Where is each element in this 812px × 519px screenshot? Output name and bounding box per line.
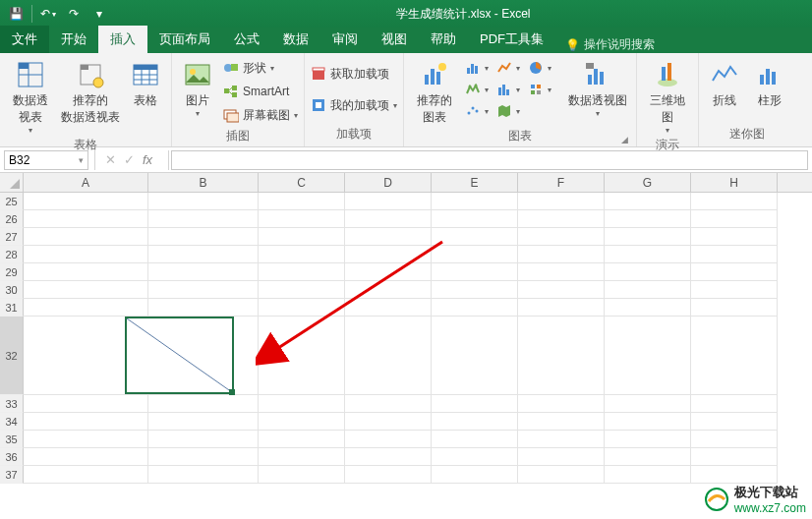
cell[interactable] <box>518 228 605 246</box>
cell[interactable] <box>345 448 432 466</box>
cell[interactable] <box>345 431 432 448</box>
screenshot-button[interactable]: 屏幕截图▾ <box>223 104 298 126</box>
cell[interactable] <box>24 263 148 281</box>
get-addins-button[interactable]: 获取加载项 <box>311 63 397 85</box>
row-header[interactable]: 31 <box>0 299 24 317</box>
column-header[interactable]: G <box>605 173 691 192</box>
cell[interactable] <box>605 246 691 263</box>
cell[interactable] <box>24 210 148 228</box>
undo-button[interactable]: ↶▾ <box>38 4 58 24</box>
active-cell[interactable] <box>125 317 234 394</box>
cell[interactable] <box>148 413 259 431</box>
cell[interactable] <box>259 395 345 413</box>
cell[interactable] <box>605 299 691 317</box>
tab-pdf-tools[interactable]: PDF工具集 <box>468 26 555 53</box>
select-all-corner[interactable] <box>0 173 24 193</box>
cell[interactable] <box>148 299 259 317</box>
row-header[interactable]: 28 <box>0 246 24 263</box>
cell[interactable] <box>605 466 691 484</box>
worksheet-grid[interactable]: ABCDEFGH 25262728293031323334353637 <box>0 173 812 519</box>
column-header[interactable]: A <box>24 173 148 192</box>
cell[interactable] <box>148 263 259 281</box>
cell[interactable] <box>518 448 605 466</box>
chart-map-button[interactable]: ▾ <box>496 100 528 122</box>
cell[interactable] <box>605 395 691 413</box>
cell[interactable] <box>518 317 605 395</box>
cell[interactable] <box>24 281 148 299</box>
cell[interactable] <box>345 466 432 484</box>
cell[interactable] <box>432 413 518 431</box>
cell[interactable] <box>259 431 345 448</box>
row-header[interactable]: 32 <box>0 317 24 395</box>
sparkline-column-button[interactable]: 柱形 <box>750 57 789 109</box>
save-button[interactable]: 💾 <box>6 4 26 24</box>
shapes-button[interactable]: 形状▾ <box>223 57 298 79</box>
sparkline-line-button[interactable]: 折线 <box>705 57 744 109</box>
formula-bar[interactable] <box>171 150 808 170</box>
cell[interactable] <box>605 448 691 466</box>
cell[interactable] <box>518 246 605 263</box>
cell[interactable] <box>148 246 259 263</box>
column-headers[interactable]: ABCDEFGH <box>24 173 812 193</box>
3d-map-button[interactable]: 三维地 图▾ <box>643 57 692 135</box>
tab-review[interactable]: 审阅 <box>320 26 370 53</box>
tab-insert[interactable]: 插入 <box>98 26 147 53</box>
cell[interactable] <box>691 263 778 281</box>
tab-view[interactable]: 视图 <box>370 26 419 53</box>
cell[interactable] <box>605 317 691 395</box>
recommended-charts-button[interactable]: 推荐的 图表 <box>410 57 459 126</box>
chart-scatter-button[interactable]: ▾ <box>465 100 496 122</box>
cell[interactable] <box>691 210 778 228</box>
chart-hierarchy-button[interactable]: ▾ <box>465 79 496 100</box>
row-header[interactable]: 35 <box>0 431 24 448</box>
recommended-pivot-button[interactable]: 推荐的 数据透视表 <box>61 57 120 126</box>
qat-customize-button[interactable]: ▾ <box>89 4 109 24</box>
cell[interactable] <box>345 395 432 413</box>
cell[interactable] <box>432 193 518 210</box>
cell[interactable] <box>259 210 345 228</box>
cell[interactable] <box>691 281 778 299</box>
pictures-button[interactable]: 图片▾ <box>178 57 217 118</box>
cell[interactable] <box>518 210 605 228</box>
cell[interactable] <box>691 448 778 466</box>
chart-column-button[interactable]: ▾ <box>465 57 496 79</box>
chart-pie-button[interactable]: ▾ <box>528 57 559 79</box>
cell[interactable] <box>24 193 148 210</box>
cell[interactable] <box>432 431 518 448</box>
column-header[interactable]: B <box>148 173 259 192</box>
tab-data[interactable]: 数据 <box>271 26 320 53</box>
cell[interactable] <box>24 228 148 246</box>
cell[interactable] <box>24 466 148 484</box>
cell[interactable] <box>518 413 605 431</box>
cell[interactable] <box>24 395 148 413</box>
redo-button[interactable]: ↷ <box>64 4 84 24</box>
cell[interactable] <box>148 193 259 210</box>
cell[interactable] <box>691 228 778 246</box>
cell[interactable] <box>345 210 432 228</box>
cell[interactable] <box>24 448 148 466</box>
row-header[interactable]: 30 <box>0 281 24 299</box>
column-header[interactable]: E <box>432 173 518 192</box>
row-header[interactable]: 34 <box>0 413 24 431</box>
cell[interactable] <box>345 193 432 210</box>
cell[interactable] <box>605 413 691 431</box>
pivot-table-button[interactable]: 数据透 视表▾ <box>6 57 55 135</box>
row-headers[interactable]: 25262728293031323334353637 <box>0 193 24 484</box>
cell[interactable] <box>432 466 518 484</box>
dialog-launcher-icon[interactable]: ◢ <box>621 135 628 144</box>
tab-home[interactable]: 开始 <box>49 26 98 53</box>
cell[interactable] <box>148 431 259 448</box>
row-header[interactable]: 27 <box>0 228 24 246</box>
column-header[interactable]: D <box>345 173 432 192</box>
row-header[interactable]: 29 <box>0 263 24 281</box>
cell[interactable] <box>518 431 605 448</box>
cell[interactable] <box>345 413 432 431</box>
cell[interactable] <box>148 466 259 484</box>
table-button[interactable]: 表格 <box>126 57 165 109</box>
cell[interactable] <box>691 193 778 210</box>
my-addins-button[interactable]: 我的加载项 ▾ <box>311 94 397 116</box>
tab-formulas[interactable]: 公式 <box>222 26 271 53</box>
row-header[interactable]: 33 <box>0 395 24 413</box>
column-header[interactable]: F <box>518 173 605 192</box>
cell[interactable] <box>691 395 778 413</box>
